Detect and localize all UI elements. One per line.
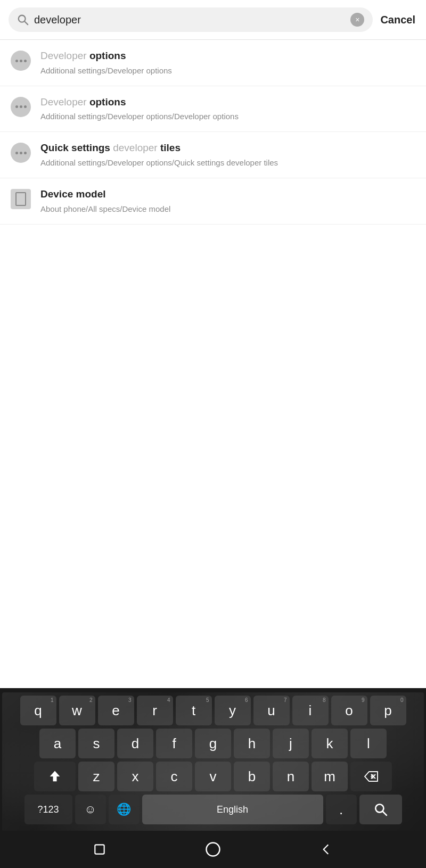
search-key-icon bbox=[374, 803, 388, 816]
nav-home-button[interactable] bbox=[204, 841, 222, 858]
key-i[interactable]: 8 i bbox=[292, 696, 329, 725]
key-n[interactable]: n bbox=[273, 762, 309, 791]
shift-key[interactable] bbox=[34, 762, 76, 791]
result-title: Device model bbox=[40, 188, 415, 201]
key-w[interactable]: 2 w bbox=[59, 696, 95, 725]
result-text: Device model About phone/All specs/Devic… bbox=[40, 188, 415, 214]
key-s[interactable]: s bbox=[78, 729, 114, 758]
key-j[interactable]: j bbox=[273, 729, 309, 758]
result-title: Developer options bbox=[40, 96, 415, 109]
result-item[interactable]: Developer options Additional settings/De… bbox=[0, 86, 426, 133]
search-input-wrapper: × bbox=[9, 7, 373, 32]
key-l[interactable]: l bbox=[350, 729, 387, 758]
result-icon-dots bbox=[11, 51, 31, 71]
keyboard-container: 1 q 2 w 3 e 4 r 5 t bbox=[0, 688, 426, 868]
key-t[interactable]: 5 t bbox=[176, 696, 212, 725]
key-y[interactable]: 6 y bbox=[215, 696, 251, 725]
keyboard-row-1: 1 q 2 w 3 e 4 r 5 t bbox=[4, 696, 422, 725]
circle-icon bbox=[205, 841, 221, 857]
result-item[interactable]: Developer options Additional settings/De… bbox=[0, 40, 426, 86]
search-icon bbox=[17, 14, 29, 26]
numbers-key[interactable]: ?123 bbox=[24, 795, 72, 824]
result-subtitle: About phone/All specs/Device model bbox=[40, 203, 415, 214]
backspace-key[interactable] bbox=[350, 762, 392, 791]
key-m[interactable]: m bbox=[312, 762, 348, 791]
cancel-button[interactable]: Cancel bbox=[378, 14, 417, 26]
result-subtitle: Additional settings/Developer options/De… bbox=[40, 111, 415, 122]
search-key[interactable] bbox=[359, 795, 402, 824]
svg-line-1 bbox=[24, 21, 28, 24]
key-o[interactable]: 9 o bbox=[331, 696, 367, 725]
result-title: Quick settings developer tiles bbox=[40, 142, 415, 155]
key-p[interactable]: 0 p bbox=[370, 696, 406, 725]
svg-rect-7 bbox=[95, 845, 104, 854]
keyboard-inner: 1 q 2 w 3 e 4 r 5 t bbox=[2, 692, 424, 831]
period-key[interactable]: . bbox=[326, 795, 357, 824]
result-icon-rect bbox=[11, 189, 31, 209]
result-item[interactable]: Quick settings developer tiles Additiona… bbox=[0, 132, 426, 178]
key-k[interactable]: k bbox=[312, 729, 348, 758]
result-title: Developer options bbox=[40, 49, 415, 63]
svg-point-8 bbox=[206, 843, 219, 856]
nav-back-button[interactable] bbox=[318, 841, 335, 858]
back-icon bbox=[320, 842, 333, 856]
result-text: Developer options Additional settings/De… bbox=[40, 49, 415, 76]
keyboard-background: 1 q 2 w 3 e 4 r 5 t bbox=[0, 688, 426, 831]
space-key[interactable]: English bbox=[142, 795, 323, 824]
globe-key[interactable]: 🌐 bbox=[109, 795, 140, 824]
search-bar: × Cancel bbox=[0, 0, 426, 39]
result-subtitle: Additional settings/Developer options/Qu… bbox=[40, 157, 415, 168]
backspace-icon bbox=[364, 771, 379, 782]
result-item[interactable]: Device model About phone/All specs/Devic… bbox=[0, 178, 426, 225]
key-h[interactable]: h bbox=[234, 729, 270, 758]
key-v[interactable]: v bbox=[195, 762, 231, 791]
navigation-bar bbox=[0, 831, 426, 868]
key-u[interactable]: 7 u bbox=[253, 696, 290, 725]
key-b[interactable]: b bbox=[234, 762, 270, 791]
white-space-area bbox=[0, 225, 426, 400]
result-subtitle: Additional settings/Developer options bbox=[40, 65, 415, 76]
key-x[interactable]: x bbox=[117, 762, 153, 791]
key-r[interactable]: 4 r bbox=[137, 696, 173, 725]
keyboard-row-2: a s d f g h j k l bbox=[4, 729, 422, 758]
clear-button[interactable]: × bbox=[350, 13, 364, 27]
result-text: Quick settings developer tiles Additiona… bbox=[40, 142, 415, 168]
svg-line-6 bbox=[382, 812, 386, 815]
search-input[interactable] bbox=[34, 14, 345, 26]
result-icon-dots bbox=[11, 143, 31, 163]
key-q[interactable]: 1 q bbox=[20, 696, 56, 725]
key-f[interactable]: f bbox=[156, 729, 192, 758]
square-icon bbox=[93, 842, 106, 856]
emoji-key[interactable]: ☺ bbox=[75, 795, 106, 824]
key-g[interactable]: g bbox=[195, 729, 231, 758]
svg-marker-2 bbox=[365, 772, 378, 781]
key-a[interactable]: a bbox=[39, 729, 76, 758]
keyboard-bottom-row: ?123 ☺ 🌐 English . bbox=[4, 795, 422, 824]
key-d[interactable]: d bbox=[117, 729, 153, 758]
keyboard-row-3: z x c v b n m bbox=[4, 762, 422, 791]
results-list: Developer options Additional settings/De… bbox=[0, 39, 426, 225]
result-text: Developer options Additional settings/De… bbox=[40, 96, 415, 122]
nav-recents-button[interactable] bbox=[91, 841, 108, 858]
result-icon-dots bbox=[11, 97, 31, 117]
shift-icon bbox=[47, 769, 62, 784]
key-z[interactable]: z bbox=[78, 762, 114, 791]
key-e[interactable]: 3 e bbox=[98, 696, 134, 725]
key-c[interactable]: c bbox=[156, 762, 192, 791]
